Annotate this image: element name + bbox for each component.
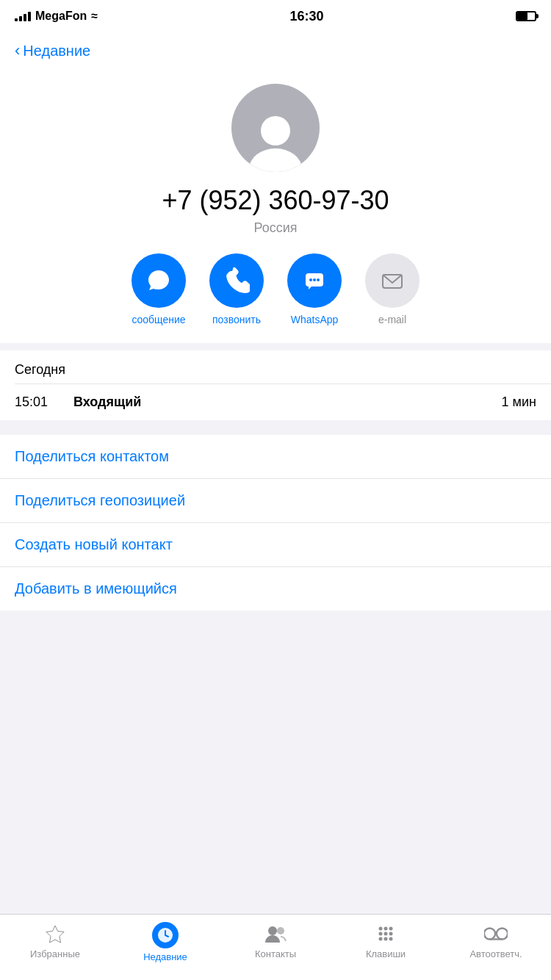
section-divider-1 — [0, 343, 551, 350]
status-left: MegaFon ≈ — [15, 10, 98, 23]
tab-keypad[interactable]: Клавиши — [331, 922, 441, 959]
tab-contacts-label: Контакты — [255, 948, 296, 959]
tab-voicemail[interactable]: Автоответч. — [441, 922, 551, 959]
status-right — [516, 11, 536, 21]
back-button[interactable]: ‹ Недавние — [15, 41, 90, 60]
message-label: сообщение — [132, 314, 185, 325]
chevron-left-icon: ‹ — [15, 41, 20, 60]
status-bar: MegaFon ≈ 16:30 — [0, 0, 551, 32]
svg-marker-8 — [46, 926, 64, 943]
email-label: e-mail — [378, 314, 406, 325]
tab-recent[interactable]: Недавние — [110, 922, 220, 962]
svg-point-4 — [309, 278, 312, 281]
email-action: e-mail — [365, 253, 419, 325]
call-button[interactable] — [209, 253, 264, 308]
status-time: 16:30 — [289, 9, 323, 24]
message-action: сообщение — [132, 253, 186, 325]
svg-point-0 — [261, 116, 290, 145]
tab-favorites[interactable]: Избранные — [0, 922, 110, 959]
svg-point-6 — [317, 278, 320, 281]
tab-keypad-label: Клавиши — [366, 948, 406, 959]
wifi-icon: ≈ — [91, 10, 98, 23]
svg-point-18 — [384, 932, 388, 936]
tab-recent-label: Недавние — [143, 951, 187, 962]
svg-point-16 — [389, 927, 393, 931]
whatsapp-action: WhatsApp — [287, 253, 342, 325]
call-duration: 1 мин — [502, 394, 536, 410]
action-buttons: сообщение позвонить WhatsApp — [117, 253, 434, 325]
avatar — [231, 84, 320, 172]
menu-item-add-to-existing[interactable]: Добавить в имеющийся — [0, 567, 551, 610]
svg-point-1 — [249, 148, 302, 172]
svg-point-20 — [379, 937, 383, 941]
call-action: позвонить — [209, 253, 264, 325]
contact-header: +7 (952) 360-97-30 Россия сообщение позв… — [0, 69, 551, 343]
contact-country: Россия — [253, 220, 297, 236]
call-type: Входящий — [73, 394, 502, 410]
whatsapp-button[interactable] — [287, 253, 342, 308]
svg-point-22 — [389, 937, 393, 941]
back-nav: ‹ Недавние — [0, 32, 551, 69]
battery-icon — [516, 11, 536, 21]
svg-point-23 — [484, 928, 495, 939]
star-icon — [43, 922, 67, 945]
svg-point-24 — [497, 928, 508, 939]
svg-point-15 — [384, 927, 388, 931]
email-button[interactable] — [365, 253, 419, 308]
menu-item-share-location[interactable]: Поделиться геопозицией — [0, 479, 551, 523]
signal-bars-icon — [15, 11, 31, 21]
call-label: позвонить — [212, 314, 261, 325]
section-divider-2 — [0, 420, 551, 428]
back-label: Недавние — [23, 43, 90, 60]
call-time: 15:01 — [15, 394, 73, 410]
svg-point-14 — [379, 927, 383, 931]
clock-icon — [152, 922, 179, 948]
call-row: 15:01 Входящий 1 мин — [0, 384, 551, 420]
menu-item-create-contact[interactable]: Создать новый контакт — [0, 523, 551, 567]
menu-section: Поделиться контактом Поделиться геопозиц… — [0, 435, 551, 610]
history-section-label: Сегодня — [0, 350, 551, 383]
message-button[interactable] — [132, 253, 186, 308]
menu-item-share-contact[interactable]: Поделиться контактом — [0, 435, 551, 479]
call-history-section: Сегодня 15:01 Входящий 1 мин — [0, 350, 551, 420]
tab-contacts[interactable]: Контакты — [220, 922, 331, 959]
tab-voicemail-label: Автоответч. — [469, 948, 522, 959]
tab-bar: Избранные Недавние Контакты — [0, 914, 551, 980]
svg-point-19 — [389, 932, 393, 936]
svg-point-12 — [268, 926, 277, 935]
svg-point-17 — [379, 932, 383, 936]
contacts-icon — [264, 922, 287, 945]
carrier-name: MegaFon — [35, 10, 87, 23]
contact-phone-number: +7 (952) 360-97-30 — [162, 185, 389, 216]
keypad-icon — [374, 922, 397, 945]
svg-point-5 — [313, 278, 316, 281]
svg-point-21 — [384, 937, 388, 941]
svg-point-13 — [277, 927, 284, 934]
tab-favorites-label: Избранные — [30, 948, 80, 959]
voicemail-icon — [484, 922, 508, 945]
whatsapp-label: WhatsApp — [291, 314, 339, 325]
